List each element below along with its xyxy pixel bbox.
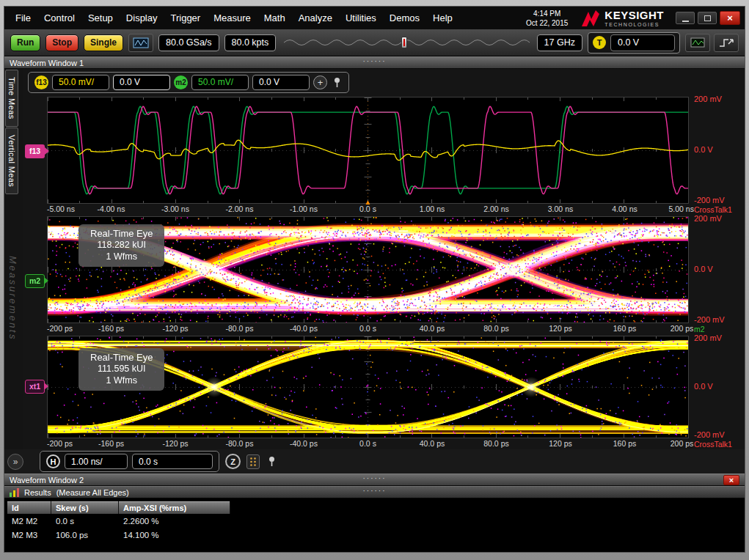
- channel-setup-group: f13 50.0 mV/ 0.0 V m2 50.0 mV/ 0.0 V +: [28, 72, 349, 93]
- bandwidth-field[interactable]: 17 GHz: [537, 34, 582, 51]
- timebase-scale-field[interactable]: 1.00 ns/: [65, 454, 128, 469]
- minimize-button[interactable]: [676, 12, 695, 24]
- timebase-position-field[interactable]: 0.0 s: [132, 454, 213, 469]
- channel-controls-row: f13 50.0 mV/ 0.0 V m2 50.0 mV/ 0.0 V +: [23, 69, 745, 95]
- drag-handle-dots[interactable]: ······: [363, 474, 387, 482]
- keysight-spark-icon: [581, 10, 600, 27]
- trigger-level-field[interactable]: 0.0 V: [610, 34, 675, 51]
- waveform-window-2-close-button[interactable]: ×: [723, 475, 739, 485]
- menu-help[interactable]: Help: [426, 12, 459, 23]
- run-button[interactable]: Run: [10, 34, 40, 51]
- sample-rate-field[interactable]: 80.0 GSa/s: [158, 34, 219, 51]
- scope-screen-icon: [690, 37, 705, 48]
- trigger-badge[interactable]: T: [593, 36, 606, 49]
- brand-subtitle: TECHNOLOGIES: [604, 22, 664, 27]
- column-header-skew[interactable]: Skew (s): [51, 501, 119, 514]
- tab-time-meas[interactable]: Time Meas: [5, 70, 18, 127]
- scope-application: File Control Setup Display Trigger Measu…: [4, 6, 745, 553]
- menu-setup[interactable]: Setup: [81, 12, 120, 23]
- close-button[interactable]: ×: [720, 11, 740, 25]
- add-source-button[interactable]: +: [313, 75, 327, 89]
- menu-bar: File Control Setup Display Trigger Measu…: [4, 7, 745, 29]
- channel-f13-offset-field[interactable]: 0.0 V: [113, 75, 170, 90]
- main-area: Time Meas Vertical Meas Measurements f13…: [4, 69, 745, 449]
- trigger-setup-button[interactable]: [714, 34, 739, 52]
- plot3-x-axis: -200 ps -160 ps -120 ps -80.0 ps -40.0 p…: [47, 438, 689, 449]
- pin-icon[interactable]: [331, 75, 343, 89]
- results-icon: [10, 488, 19, 497]
- table-row[interactable]: M2 M2 0.0 s 2.2600 %: [7, 514, 745, 528]
- menu-file[interactable]: File: [9, 12, 37, 23]
- menu-analyze[interactable]: Analyze: [292, 12, 339, 23]
- run-control-toolbar: Run Stop Single 80.0 GSa/s 80.0 kpts 17 …: [4, 29, 745, 56]
- channel-m2-offset-field[interactable]: 0.0 V: [252, 75, 310, 90]
- channel-f13-badge[interactable]: f13: [34, 75, 48, 89]
- plot2-x-axis: -200 ps -160 ps -120 ps -80.0 ps -40.0 p…: [47, 323, 689, 334]
- slider-handle[interactable]: [401, 37, 407, 48]
- horizontal-badge[interactable]: H: [46, 454, 60, 468]
- trigger-edge-icon: [718, 37, 734, 48]
- menu-demos[interactable]: Demos: [383, 12, 426, 23]
- channel-f13-scale-field[interactable]: 50.0 mV/: [52, 75, 109, 90]
- table-row[interactable]: M2 M3 106.0 ps 14.100 %: [7, 528, 745, 542]
- horizontal-position-slider[interactable]: [284, 36, 528, 49]
- menu-display[interactable]: Display: [120, 12, 164, 23]
- menu-utilities[interactable]: Utilities: [339, 12, 383, 23]
- clock-date: Oct 22, 2015: [526, 18, 568, 28]
- waveform-setup-button[interactable]: [128, 34, 153, 52]
- tab-vertical-meas[interactable]: Vertical Meas: [5, 128, 18, 194]
- close-icon: ×: [729, 476, 734, 485]
- measurement-sidebar: Time Meas Vertical Meas Measurements: [4, 69, 23, 449]
- restore-icon: [704, 15, 711, 21]
- plot1-block: f13 ▲ -5.00 ns -4.00 ns -3.00 ns -2.00 n…: [23, 97, 745, 215]
- pin-icon[interactable]: [266, 454, 277, 469]
- clock: 4:14 PM Oct 22, 2015: [526, 9, 568, 28]
- results-titlebar[interactable]: Results (Measure All Edges) ······: [4, 486, 745, 498]
- restore-button[interactable]: [698, 12, 717, 24]
- zoom-button[interactable]: Z: [225, 454, 241, 469]
- plot2-display[interactable]: Real-Time Eye 118.282 kUI 1 Wfms: [47, 216, 689, 323]
- menu-measure[interactable]: Measure: [207, 12, 257, 23]
- collapse-chevron-button[interactable]: »: [7, 454, 23, 470]
- plot3-source-label: CrossTalk1: [694, 440, 732, 449]
- waveform-window-2-titlebar[interactable]: Waveform Window 2 ······ ×: [4, 474, 745, 486]
- m2-source-marker[interactable]: m2: [25, 274, 45, 288]
- results-label: Results: [24, 488, 51, 497]
- memory-depth-field[interactable]: 80.0 kpts: [224, 34, 277, 51]
- stop-button[interactable]: Stop: [45, 34, 78, 51]
- plot2-gutter: m2: [23, 216, 47, 334]
- channel-m2-badge[interactable]: m2: [174, 75, 188, 89]
- plot3-eye-info: Real-Time Eye 111.595 kUI 1 Wfms: [78, 348, 164, 391]
- menu-trigger[interactable]: Trigger: [164, 12, 207, 23]
- results-table-header: Id Skew (s) Amp-XSI (%rms): [7, 501, 745, 514]
- menu-control[interactable]: Control: [37, 12, 81, 23]
- drag-handle-dots[interactable]: ······: [363, 487, 387, 495]
- menu-math[interactable]: Math: [257, 12, 292, 23]
- waveform-window-1-titlebar[interactable]: Waveform Window 1 ······: [4, 56, 745, 69]
- plot2-source-label: m2: [694, 325, 705, 334]
- single-button[interactable]: Single: [84, 34, 123, 51]
- display-settings-button[interactable]: [685, 34, 710, 52]
- xt1-source-marker[interactable]: xt1: [25, 380, 45, 394]
- plot2-eye-info: Real-Time Eye 118.282 kUI 1 Wfms: [78, 224, 164, 267]
- window-buttons: ×: [676, 11, 740, 25]
- drag-handle-dots[interactable]: ······: [363, 57, 387, 65]
- plot3-display[interactable]: Real-Time Eye 111.595 kUI 1 Wfms: [47, 336, 689, 438]
- f13-source-marker[interactable]: f13: [25, 144, 45, 158]
- dots-grid-icon: [249, 457, 257, 467]
- plots-content: f13 50.0 mV/ 0.0 V m2 50.0 mV/ 0.0 V + f…: [23, 69, 745, 449]
- trigger-time-marker[interactable]: ▲: [365, 198, 372, 206]
- plot1-display[interactable]: ▲: [47, 97, 689, 204]
- grid-options-button[interactable]: [246, 454, 260, 469]
- waveform-window-1-title: Waveform Window 1: [10, 59, 84, 67]
- column-header-id[interactable]: Id: [7, 501, 51, 514]
- horizontal-controls-bar: » H 1.00 ns/ 0.0 s Z: [4, 449, 745, 474]
- clock-time: 4:14 PM: [526, 9, 568, 18]
- timebase-group: H 1.00 ns/ 0.0 s: [40, 451, 219, 472]
- column-header-amp-xsi[interactable]: Amp-XSI (%rms): [119, 501, 230, 514]
- minimize-icon: [682, 21, 689, 22]
- plot1-canvas: [48, 97, 688, 203]
- keysight-logo: KEYSIGHT TECHNOLOGIES: [581, 10, 664, 27]
- channel-m2-scale-field[interactable]: 50.0 mV/: [191, 75, 249, 90]
- waveform-icon: [133, 37, 149, 48]
